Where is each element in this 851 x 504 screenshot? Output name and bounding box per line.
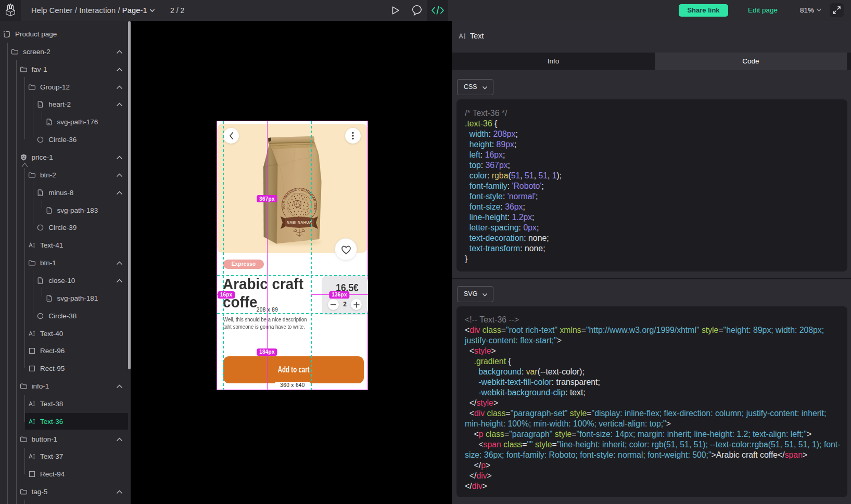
- svg-text:NABI NAHUA: NABI NAHUA: [287, 220, 312, 225]
